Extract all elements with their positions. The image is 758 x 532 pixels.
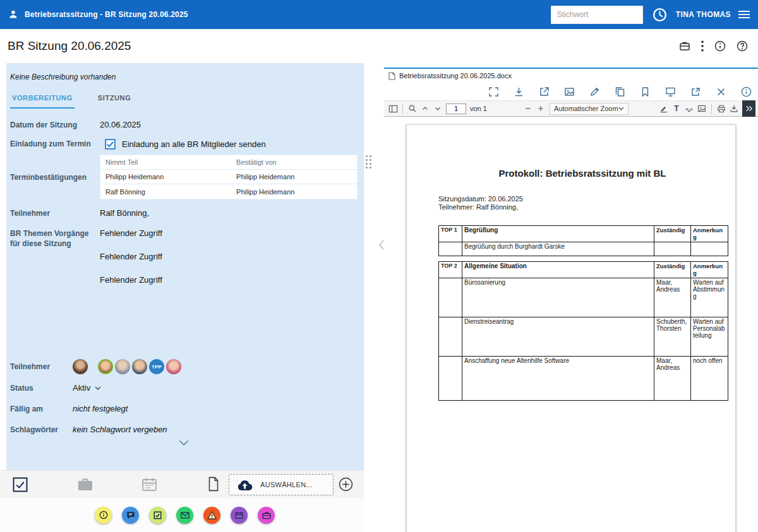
stamp-tool-icon[interactable] [695, 102, 708, 115]
previous-page-icon[interactable] [419, 102, 431, 115]
draw-tool-icon[interactable] [683, 102, 695, 115]
field-label: Terminbestätigungen [10, 172, 100, 182]
bookmark-icon[interactable] [640, 86, 651, 97]
topbar: Betriebsratssitzung - BR Sitzung 20.06.2… [0, 0, 758, 29]
zoom-select[interactable]: Automatischer Zoom [550, 103, 628, 115]
save-icon[interactable] [728, 102, 740, 115]
protocol-table-top2: TOP 2 Allgemeine Situation Zuständig Anm… [438, 261, 728, 401]
tab-bar: VORBEREITUNG SITZUNG [6, 81, 364, 109]
invite-checkbox[interactable] [105, 139, 116, 150]
panel-splitter-handle[interactable] [366, 155, 371, 168]
avatar[interactable] [115, 359, 130, 374]
protocol-row: Anschaffung neue Altenhilfe Software Maa… [439, 357, 728, 401]
add-icon[interactable] [339, 477, 353, 492]
avatar[interactable] [98, 359, 113, 374]
choose-file-button[interactable]: AUSWÄHLEN... [229, 474, 334, 495]
pdf-toolbar: von 1 Automatischer Zoom T [384, 100, 758, 117]
status-dropdown[interactable]: Aktiv [73, 383, 358, 393]
page-number-input[interactable] [446, 103, 466, 114]
avatar[interactable] [166, 359, 181, 374]
help-icon[interactable] [737, 40, 748, 52]
highlight-tool-icon[interactable] [658, 102, 670, 115]
kebab-menu-icon[interactable] [701, 40, 704, 52]
expand-more-icon[interactable] [179, 440, 189, 446]
missing-access-item[interactable]: Fehlender Zugriff [100, 275, 358, 285]
viewer-actions [384, 83, 758, 100]
info-icon[interactable] [741, 86, 752, 97]
field-datum: Datum der Sitzung 20.06.2025 [10, 120, 358, 130]
calendar-action-icon[interactable] [231, 507, 248, 524]
avatar[interactable] [73, 359, 88, 374]
briefcase-icon[interactable] [77, 477, 93, 492]
file-icon [388, 72, 395, 80]
menu-icon[interactable] [738, 11, 750, 18]
tab-vorbereitung[interactable]: VORBEREITUNG [10, 89, 75, 109]
object-toolbar: AUSWÄHLEN... [0, 470, 364, 498]
zoom-in-icon[interactable] [534, 102, 547, 115]
edit-icon[interactable] [589, 86, 600, 97]
field-faellig: Fällig am nicht festgelegt [10, 404, 358, 414]
avatar[interactable]: TPP [149, 359, 164, 374]
task-action-icon[interactable] [149, 507, 166, 524]
document-canvas[interactable]: Protokoll: Betriebsratssitzung mit BL Si… [384, 117, 758, 532]
field-schlagwoerter: Schlagwörter kein Schlagwort vergeben [10, 425, 358, 435]
external-link-icon[interactable] [690, 86, 701, 97]
protocol-meta-line: Sitzungsdatum: 20.06.2025 [438, 195, 726, 203]
info-action-icon[interactable] [95, 507, 112, 524]
field-value: kein Schlagwort vergeben [73, 425, 358, 435]
field-terminbestaetigungen: Terminbestätigungen Nimmt Teil Bestätigt… [10, 155, 358, 199]
user-name: TINA THOMAS [676, 10, 731, 19]
missing-access-item[interactable]: Fehlender Zugriff [100, 252, 358, 262]
document-viewer: Betriebsratssitzung 20.06.2025.docx [384, 68, 758, 532]
page-header: BR Sitzung 20.06.2025 [0, 29, 758, 63]
text-tool-icon[interactable]: T [670, 102, 683, 115]
field-label: Schlagwörter [10, 425, 73, 435]
meeting-form: Datum der Sitzung 20.06.2025 Einladung z… [6, 109, 364, 446]
download-icon[interactable] [514, 86, 524, 97]
tasks-icon[interactable] [11, 476, 29, 494]
history-icon[interactable] [652, 6, 668, 23]
viewer-header: Betriebsratssitzung 20.06.2025.docx [384, 69, 758, 83]
next-page-icon[interactable] [431, 102, 444, 115]
field-br-themen: BR Themen Vorgänge für diese Sitzung Feh… [10, 228, 358, 299]
copy-icon[interactable] [615, 86, 625, 97]
column-header: Nimmt Teil [100, 157, 231, 167]
field-teilnehmer-avatare: Teilnehmer TPP [10, 359, 358, 374]
protocol-table-top1: TOP 1 Begrüßung Zuständig Anmerkung Begr… [438, 225, 728, 256]
more-tools-icon[interactable] [742, 100, 755, 117]
open-window-icon[interactable] [539, 86, 550, 97]
portfolio-icon[interactable] [679, 40, 690, 52]
mail-action-icon[interactable] [176, 507, 193, 524]
protocol-title: Protokoll: Betriebsratssitzung mit BL [438, 168, 726, 179]
presentation-icon[interactable] [665, 86, 676, 97]
zoom-out-icon[interactable] [522, 102, 534, 115]
table-row[interactable]: Philipp Heidemann Philipp Heidemann [100, 170, 357, 184]
sidebar-toggle-icon[interactable] [387, 102, 399, 115]
print-icon[interactable] [715, 102, 728, 115]
tab-sitzung[interactable]: SITZUNG [96, 89, 133, 109]
fullscreen-icon[interactable] [488, 86, 499, 97]
close-icon[interactable] [716, 86, 726, 97]
table-row[interactable]: Ralf Bönning Philipp Heidemann [100, 184, 357, 199]
page-header-actions [679, 40, 750, 52]
calendar-icon[interactable] [141, 477, 157, 492]
participant-avatars: TPP [73, 359, 358, 374]
page-title: BR Sitzung 20.06.2025 [8, 39, 131, 53]
info-icon[interactable] [714, 40, 726, 52]
image-icon[interactable] [564, 86, 575, 97]
field-label: Teilnehmer [10, 208, 100, 218]
field-label: Fällig am [10, 404, 73, 414]
column-header: Bestätigt von [231, 157, 357, 167]
briefcase-action-icon[interactable] [258, 507, 275, 524]
avatar[interactable] [132, 359, 147, 374]
field-value: Ralf Bönning, [100, 208, 358, 218]
document-icon[interactable] [207, 476, 220, 492]
search-input[interactable] [551, 6, 643, 24]
comment-action-icon[interactable] [122, 507, 139, 524]
details-panel: Keine Beschreibung vorhanden VORBEREITUN… [6, 63, 364, 470]
missing-access-item[interactable]: Fehlender Zugriff [100, 228, 358, 239]
alert-action-icon[interactable] [203, 507, 220, 524]
zoom-value: Automatischer Zoom [554, 105, 618, 112]
find-icon[interactable] [406, 102, 419, 115]
protocol-row: Dienstreiseantrag Schuberth, Thorsten Wa… [439, 317, 728, 357]
